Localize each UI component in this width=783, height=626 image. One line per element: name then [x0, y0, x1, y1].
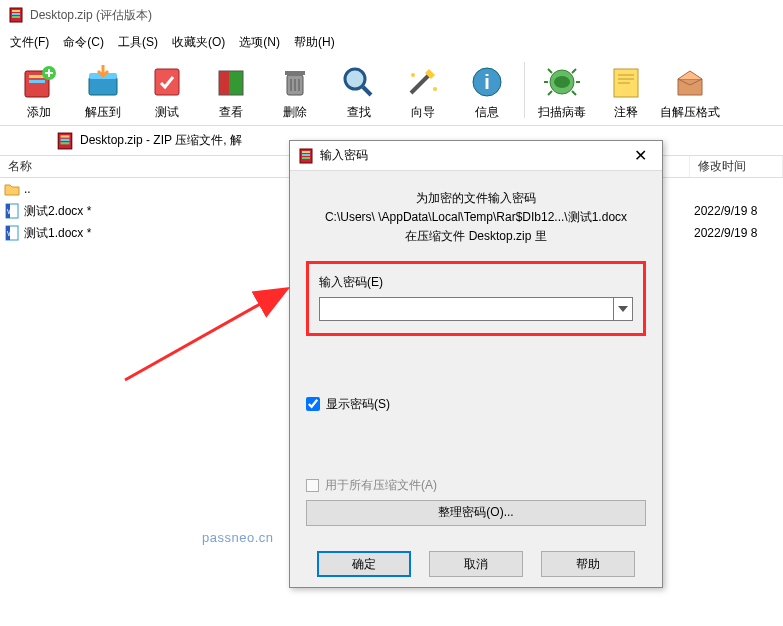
organize-passwords-button[interactable]: 整理密码(O)... — [306, 500, 646, 526]
svg-rect-25 — [61, 142, 70, 144]
dialog-titlebar: 输入密码 ✕ — [290, 141, 662, 171]
tool-label: 测试 — [155, 104, 179, 121]
toolbar: 添加 解压到 测试 查看 删除 查找 向导 i 信息 扫描病毒 注释 自解压格式 — [0, 54, 783, 126]
annotation-arrow — [120, 270, 300, 390]
svg-point-16 — [433, 87, 437, 91]
help-button[interactable]: 帮助 — [541, 551, 635, 577]
password-combo — [319, 297, 633, 321]
docx-icon: W — [4, 225, 20, 241]
menu-favorites[interactable]: 收藏夹(O) — [166, 32, 231, 53]
all-archives-label: 用于所有压缩文件(A) — [325, 477, 437, 494]
cancel-button[interactable]: 取消 — [429, 551, 523, 577]
menu-command[interactable]: 命令(C) — [57, 32, 110, 53]
tool-label: 解压到 — [85, 104, 121, 121]
svg-rect-13 — [285, 71, 305, 75]
docx-icon: W — [4, 203, 20, 219]
all-archives-box[interactable] — [306, 479, 319, 492]
svg-rect-24 — [61, 138, 70, 140]
tool-label: 向导 — [411, 104, 435, 121]
svg-rect-33 — [302, 151, 310, 153]
show-password-label: 显示密码(S) — [326, 396, 390, 413]
tool-add[interactable]: 添加 — [8, 58, 70, 121]
app-icon — [8, 7, 24, 23]
titlebar: Desktop.zip (评估版本) — [0, 0, 783, 30]
tool-sfx[interactable]: 自解压格式 — [659, 58, 721, 121]
test-icon — [146, 62, 188, 102]
tool-extract[interactable]: 解压到 — [72, 58, 134, 121]
toolbar-separator — [524, 62, 525, 118]
password-dialog: 输入密码 ✕ 为加密的文件输入密码 C:\Users\ \AppData\Loc… — [289, 140, 663, 588]
dialog-buttons: 确定 取消 帮助 — [290, 551, 662, 577]
menu-help[interactable]: 帮助(H) — [288, 32, 341, 53]
sfx-icon — [669, 62, 711, 102]
svg-rect-23 — [61, 135, 70, 137]
dialog-message: 为加密的文件输入密码 C:\Users\ \AppData\Local\Temp… — [306, 183, 646, 259]
file-name: 测试1.docx * — [24, 225, 91, 242]
all-archives-checkbox[interactable]: 用于所有压缩文件(A) — [306, 477, 646, 494]
folder-up-icon — [4, 181, 20, 197]
tool-comment[interactable]: 注释 — [595, 58, 657, 121]
show-password-checkbox[interactable]: 显示密码(S) — [306, 396, 646, 413]
svg-line-36 — [125, 290, 285, 380]
tool-label: 信息 — [475, 104, 499, 121]
tool-info[interactable]: i 信息 — [456, 58, 518, 121]
close-button[interactable]: ✕ — [626, 146, 654, 165]
file-name: 测试2.docx * — [24, 203, 91, 220]
svg-rect-8 — [89, 77, 117, 95]
dialog-title: 输入密码 — [320, 147, 626, 164]
tool-delete[interactable]: 删除 — [264, 58, 326, 121]
svg-rect-3 — [12, 16, 20, 18]
svg-point-15 — [411, 73, 415, 77]
svg-rect-6 — [29, 80, 45, 83]
list-item-mod: 2022/9/19 8 — [690, 200, 783, 222]
tool-label: 扫描病毒 — [538, 104, 586, 121]
menu-options[interactable]: 选项(N) — [233, 32, 286, 53]
view-icon — [210, 62, 252, 102]
watermark: passneo.cn — [202, 530, 274, 545]
tool-test[interactable]: 测试 — [136, 58, 198, 121]
password-input[interactable] — [319, 297, 613, 321]
add-icon — [18, 62, 60, 102]
app-icon — [298, 148, 314, 164]
wizard-icon — [402, 62, 444, 102]
tool-find[interactable]: 查找 — [328, 58, 390, 121]
tool-scan[interactable]: 扫描病毒 — [531, 58, 593, 121]
info-icon: i — [466, 62, 508, 102]
svg-rect-1 — [12, 10, 20, 12]
location-path[interactable]: Desktop.zip - ZIP 压缩文件, 解 — [80, 132, 242, 149]
comment-icon — [605, 62, 647, 102]
password-field-highlight: 输入密码(E) — [306, 261, 646, 336]
svg-text:i: i — [484, 71, 490, 93]
svg-point-20 — [554, 76, 570, 88]
archive-icon — [56, 132, 74, 150]
svg-point-14 — [345, 69, 365, 89]
password-dropdown-button[interactable] — [613, 297, 633, 321]
tool-view[interactable]: 查看 — [200, 58, 262, 121]
col-modified[interactable]: 修改时间 — [690, 156, 783, 177]
tool-label: 注释 — [614, 104, 638, 121]
svg-rect-2 — [12, 13, 20, 15]
menu-tools[interactable]: 工具(S) — [112, 32, 164, 53]
svg-rect-34 — [302, 154, 310, 156]
svg-text:W: W — [7, 230, 14, 237]
list-item-mod — [690, 178, 783, 200]
tool-label: 查看 — [219, 104, 243, 121]
tool-label: 查找 — [347, 104, 371, 121]
menubar: 文件(F) 命令(C) 工具(S) 收藏夹(O) 选项(N) 帮助(H) — [0, 30, 783, 54]
window-title: Desktop.zip (评估版本) — [30, 7, 152, 24]
tool-wizard[interactable]: 向导 — [392, 58, 454, 121]
tool-label: 添加 — [27, 104, 51, 121]
password-label: 输入密码(E) — [319, 274, 633, 291]
file-name: .. — [24, 182, 31, 196]
find-icon — [338, 62, 380, 102]
svg-text:W: W — [7, 208, 14, 215]
tool-label: 自解压格式 — [660, 104, 720, 121]
svg-rect-35 — [302, 157, 310, 159]
list-item-mod: 2022/9/19 8 — [690, 222, 783, 244]
menu-file[interactable]: 文件(F) — [4, 32, 55, 53]
delete-icon — [274, 62, 316, 102]
svg-rect-10 — [155, 69, 179, 95]
extract-icon — [82, 62, 124, 102]
show-password-box[interactable] — [306, 397, 320, 411]
ok-button[interactable]: 确定 — [317, 551, 411, 577]
